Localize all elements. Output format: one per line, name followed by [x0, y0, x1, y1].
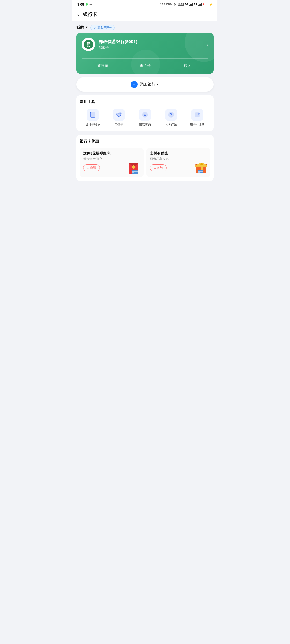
tool-faq-label: 常见问题 — [165, 123, 177, 127]
security-badge: 🛡 安全保障中 — [90, 25, 114, 30]
add-card-label: 添加银行卡 — [140, 82, 159, 87]
offer-red-envelope[interactable]: 送你8元提现红包 邀未绑卡用户 去邀请 — [80, 148, 143, 177]
bank-logo: 邮 — [82, 38, 95, 51]
status-time: 3:08 ··· — [77, 2, 92, 6]
tools-grid: 银行卡账单 亲情卡 ¥ — [80, 109, 210, 127]
tool-family[interactable]: 亲情卡 — [112, 109, 126, 127]
page-title: 银行卡 — [83, 11, 97, 18]
check-bill-button[interactable]: 查账单 — [82, 62, 124, 69]
mute-icon — [173, 3, 177, 6]
charging-icon — [86, 3, 88, 6]
heart-icon — [113, 109, 125, 121]
offer-1-button[interactable]: 去邀请 — [83, 164, 100, 171]
tools-title: 常用工具 — [80, 99, 210, 104]
svg-point-2 — [84, 40, 93, 49]
tool-limit-label: 限额查询 — [139, 123, 151, 127]
red-envelope-image — [128, 160, 142, 175]
tool-bill[interactable]: 银行卡账单 — [86, 109, 100, 127]
svg-text:邮: 邮 — [87, 42, 90, 44]
section-label: 我的卡 — [76, 25, 88, 30]
yuan-icon: ¥ — [139, 109, 151, 121]
book-icon: ▶ — [191, 109, 203, 121]
back-button[interactable]: ‹ — [77, 11, 80, 18]
tool-classroom-label: 用卡小课堂 — [190, 123, 204, 127]
bank-text: 邮政储蓄银行(9001) 储蓄卡 — [99, 39, 137, 50]
footer-space — [76, 184, 214, 194]
offers-title: 银行卡优惠 — [80, 139, 210, 144]
add-icon: + — [131, 81, 137, 88]
svg-text:¥: ¥ — [144, 113, 146, 117]
tool-faq[interactable]: 常见问题 — [164, 109, 178, 127]
svg-point-9 — [119, 112, 121, 114]
postal-bank-logo-svg: 邮 — [84, 40, 93, 49]
bill-icon — [87, 109, 99, 121]
tool-family-label: 亲情卡 — [114, 123, 123, 127]
offer-2-button[interactable]: 去参与 — [150, 164, 167, 171]
offer-2-title: 支付有优惠 — [150, 151, 207, 156]
svg-point-28 — [200, 163, 203, 166]
check-card-number-button[interactable]: 查卡号 — [124, 62, 166, 69]
svg-rect-21 — [132, 172, 134, 173]
offer-1-title: 送你8元提现红包 — [83, 151, 140, 156]
shield-icon: 🛡 — [93, 26, 96, 30]
my-cards-section: 我的卡 🛡 安全保障中 邮 — [76, 25, 214, 74]
gift-box-image — [194, 160, 209, 175]
transfer-in-button[interactable]: 转入 — [166, 62, 208, 69]
bank-card-actions: 查账单 查卡号 转入 — [82, 58, 208, 69]
bank-card[interactable]: 邮 邮政储蓄银行(9001) 储蓄卡 › 查账单 查卡号 转入 — [76, 33, 214, 74]
status-right: 25.2 KB/s HD2 5G 5G ⚡ — [160, 3, 213, 6]
chevron-right-icon[interactable]: › — [207, 42, 208, 47]
question-icon — [165, 109, 177, 121]
status-bar: 3:08 ··· 25.2 KB/s HD2 5G 5G ⚡ — [73, 0, 217, 8]
signal-icon — [189, 3, 193, 6]
bank-name: 邮政储蓄银行(9001) — [99, 39, 137, 44]
page-header: ‹ 银行卡 — [73, 8, 217, 21]
signal-icon-2 — [198, 3, 202, 6]
tool-limit[interactable]: ¥ 限额查询 — [138, 109, 152, 127]
add-card-button[interactable]: + 添加银行卡 — [76, 77, 214, 92]
bank-type: 储蓄卡 — [99, 46, 137, 50]
battery-icon — [203, 3, 208, 6]
tool-classroom[interactable]: ▶ 用卡小课堂 — [190, 109, 204, 127]
bank-card-top: 邮 邮政储蓄银行(9001) 储蓄卡 › — [82, 38, 208, 51]
offers-section: 银行卡优惠 送你8元提现红包 邀未绑卡用户 去邀请 — [76, 134, 214, 181]
svg-rect-31 — [198, 172, 200, 173]
offer-payment[interactable]: 支付有优惠 刷卡尽享实惠 去参与 — [147, 148, 210, 177]
section-header: 我的卡 🛡 安全保障中 — [76, 25, 214, 30]
offers-grid: 送你8元提现红包 邀未绑卡用户 去邀请 — [80, 148, 210, 177]
tools-section: 常用工具 银行卡账单 — [76, 95, 214, 131]
svg-text:▶: ▶ — [198, 113, 199, 114]
main-content: 我的卡 🛡 安全保障中 邮 — [73, 21, 217, 198]
bank-info: 邮 邮政储蓄银行(9001) 储蓄卡 — [82, 38, 137, 51]
svg-point-13 — [171, 116, 171, 117]
tool-bill-label: 银行卡账单 — [86, 123, 100, 127]
